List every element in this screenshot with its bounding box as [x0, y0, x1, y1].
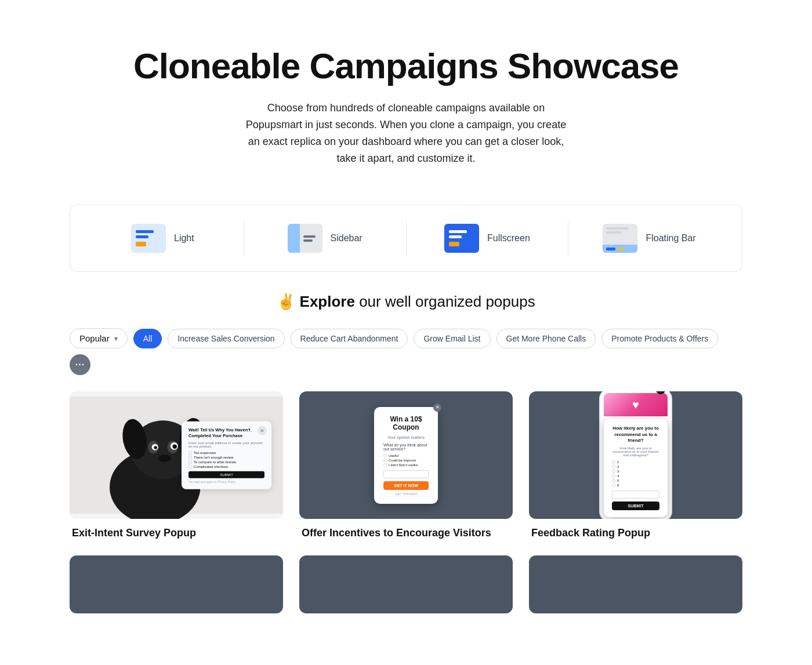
campaign-title-feedback: Feedback Rating Popup [529, 527, 742, 539]
phone-header-image: ♥ [604, 393, 668, 416]
page-title: Cloneable Campaigns Showcase [70, 46, 742, 86]
phone-frame: ♥ How likely are you to recommend us to … [599, 391, 672, 519]
bottom-card-3[interactable] [529, 555, 742, 613]
campaign-card-incentives[interactable]: ✕ Win a 10$Coupon Your opinion matters W… [299, 391, 513, 539]
hero-section: Cloneable Campaigns Showcase Choose from… [70, 23, 742, 184]
filter-tab-light-label: Light [174, 233, 194, 244]
campaign-card-exit-intent[interactable]: ✕ Wait! Tell Us Why You Haven't Complete… [70, 391, 283, 539]
explore-rest: our well organized popups [355, 293, 535, 310]
close-icon-coupon: ✕ [433, 404, 441, 412]
filter-pill-promote[interactable]: Promote Products & Offers [601, 329, 718, 348]
filter-pill-email[interactable]: Grow Email List [414, 329, 490, 348]
svg-point-11 [158, 455, 171, 462]
filter-pill-increase-sales[interactable]: Increase Sales Conversion [168, 329, 284, 348]
bottom-card-1[interactable] [70, 555, 283, 613]
light-icon [131, 224, 166, 253]
card-image-incentives: ✕ Win a 10$Coupon Your opinion matters W… [299, 391, 513, 519]
bottom-cards-row [70, 555, 742, 625]
filter-tab-fullscreen[interactable]: Fullscreen [418, 219, 557, 257]
filter-pill-cart[interactable]: Reduce Cart Abandonment [291, 329, 408, 348]
explore-emoji: ✌️ [277, 293, 295, 310]
explore-heading: ✌️ Explore our well organized popups [70, 293, 742, 311]
filter-tab-floating-label: Floating Bar [646, 233, 695, 244]
tab-divider [244, 221, 244, 256]
tab-divider-3 [568, 221, 568, 256]
filter-tab-floating[interactable]: Floating Bar [580, 219, 719, 257]
filter-tab-sidebar[interactable]: Sidebar [256, 219, 394, 257]
card-image-feedback: ♥ How likely are you to recommend us to … [529, 391, 742, 519]
campaigns-grid: ✕ Wait! Tell Us Why You Haven't Complete… [70, 391, 742, 539]
svg-point-9 [154, 446, 157, 450]
campaign-card-feedback[interactable]: ♥ How likely are you to recommend us to … [529, 391, 742, 539]
fullscreen-icon [444, 224, 479, 253]
filter-tab-fullscreen-label: Fullscreen [487, 233, 530, 244]
tab-divider-2 [406, 221, 407, 256]
more-filters-button[interactable]: ··· [70, 354, 90, 375]
category-filter-bar: Popular ▾ All Increase Sales Conversion … [70, 328, 742, 375]
display-type-filter: Light Sidebar Fullscreen [70, 205, 742, 272]
campaign-title-exit-intent: Exit-Intent Survey Popup [70, 527, 283, 539]
close-icon: ✕ [258, 426, 267, 435]
sidebar-icon [288, 224, 322, 253]
exit-intent-popup-preview: ✕ Wait! Tell Us Why You Haven't Complete… [182, 421, 271, 489]
coupon-popup-preview: ✕ Win a 10$Coupon Your opinion matters W… [374, 407, 438, 504]
filter-tab-light[interactable]: Light [93, 219, 232, 257]
filter-pill-phone[interactable]: Get More Phone Calls [496, 329, 596, 348]
campaign-title-incentives: Offer Incentives to Encourage Visitors [299, 527, 513, 539]
sort-dropdown[interactable]: Popular ▾ [70, 328, 128, 348]
heart-icon: ♥ [632, 398, 639, 412]
svg-point-10 [173, 445, 177, 449]
bottom-card-2[interactable] [299, 555, 513, 613]
feedback-popup-preview: How likely are you to recommend us to a … [604, 419, 668, 517]
filter-pill-all[interactable]: All [133, 329, 162, 348]
filter-tab-sidebar-label: Sidebar [331, 233, 362, 244]
hero-subtitle: Choose from hundreds of cloneable campai… [244, 100, 568, 166]
card-image-exit-intent: ✕ Wait! Tell Us Why You Haven't Complete… [70, 391, 283, 519]
chevron-down-icon: ▾ [114, 335, 118, 343]
floating-bar-icon [603, 224, 637, 253]
explore-bold: Explore [300, 293, 355, 310]
sort-label: Popular [79, 333, 110, 343]
more-dots-icon: ··· [75, 359, 85, 370]
